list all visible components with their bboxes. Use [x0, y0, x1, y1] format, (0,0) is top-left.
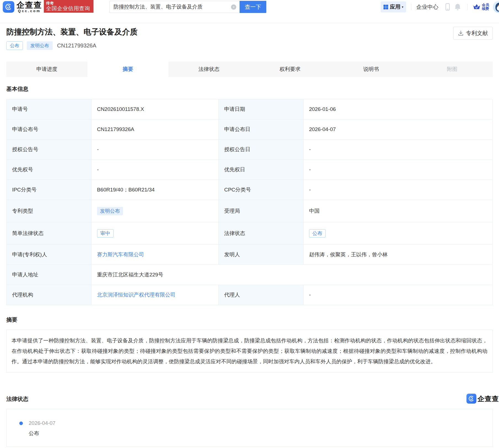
header-divider: [0, 23, 499, 23]
field-value: -: [303, 285, 492, 305]
field-value: -: [91, 140, 219, 160]
search-button[interactable]: 查一下: [240, 1, 266, 13]
abstract-heading: 摘要: [6, 316, 493, 324]
crown-icon: [473, 3, 481, 10]
field-value: -: [303, 160, 492, 180]
field-value: -: [303, 180, 492, 200]
field-label: 申请日期: [219, 99, 304, 119]
clear-search-icon[interactable]: ×: [231, 4, 236, 10]
field-label: 优先权日: [219, 160, 304, 180]
field-label: 申请公布日: [219, 119, 304, 140]
applicant-link[interactable]: 赛力斯汽车有限公司: [97, 252, 144, 257]
divider: [411, 4, 411, 10]
table-row: 简单法律状态 审中 法律状态 公布: [7, 222, 493, 245]
patent-type-badge: 发明公布: [97, 207, 123, 215]
promo-banner-line2: 全国企业信用查询: [46, 5, 91, 12]
member-label-line1: 会员: [482, 3, 489, 7]
field-value: 审中: [91, 222, 219, 245]
patent-type-badge: 发明公布: [27, 41, 53, 50]
tab-abstract[interactable]: 摘要: [87, 62, 168, 77]
field-value: 重庆市江北区福生大道229号: [91, 265, 492, 285]
member-label-line2: 续费: [482, 7, 489, 11]
search-box: × 查一下: [109, 1, 266, 13]
notification-bell-icon[interactable]: [454, 3, 461, 11]
legal-status-badge: 公布: [309, 229, 326, 238]
field-label: 受理局: [219, 200, 304, 222]
field-label: 法律状态: [219, 222, 304, 245]
basic-info-heading: 基本信息: [6, 85, 493, 93]
field-label: 代理机构: [7, 285, 92, 305]
apps-grid-icon: [383, 5, 388, 9]
field-label: 申请号: [7, 99, 92, 119]
field-value: 发明公布: [91, 200, 219, 222]
qcc-logo[interactable]: 企查查 Qcc.com: [3, 1, 42, 13]
mobile-app-icon[interactable]: [446, 3, 450, 10]
divider: [467, 4, 468, 10]
tab-specification[interactable]: 说明书: [331, 62, 412, 77]
field-value: CN202610011578.X: [91, 99, 219, 119]
timeline-item: 2026-04-07 公布: [19, 420, 492, 436]
table-row: IPC分类号 B60R19/40；B60R21/34 CPC分类号 -: [7, 180, 493, 200]
qcc-watermark: 企查查: [466, 394, 499, 404]
tab-application-progress[interactable]: 申请进度: [6, 62, 87, 77]
apps-label: 应用: [390, 3, 400, 10]
basic-info-table: 申请号 CN202610011578.X 申请日期 2026-01-06 申请公…: [6, 99, 493, 305]
promo-banner-line1: 传奇: [46, 1, 91, 5]
table-row: 代理机构 北京润泽恒知识产权代理有限公司 代理人 -: [7, 285, 493, 305]
legal-status-heading: 法律状态: [6, 395, 28, 403]
qcc-watermark-text: 企查查: [477, 394, 499, 403]
field-label: 申请人地址: [7, 265, 92, 285]
field-value: 2026-01-06: [303, 99, 492, 119]
chevron-down-icon: ▾: [402, 5, 403, 9]
field-value: 赛力斯汽车有限公司: [91, 245, 219, 265]
member-renewal-button[interactable]: 会员 续费: [473, 3, 489, 11]
patent-document-button[interactable]: 专利文献: [453, 27, 493, 40]
tab-bar: 申请进度 摘要 法律状态 权利要求 说明书 附图: [6, 62, 493, 77]
field-value: 北京润泽恒知识产权代理有限公司: [91, 285, 219, 305]
abstract-text: 本申请提供了一种防撞控制方法、装置、电子设备及介质，防撞控制方法应用于车辆的防撞…: [6, 330, 493, 373]
field-label: 简单法律状态: [7, 222, 92, 245]
field-label: 专利类型: [7, 200, 92, 222]
legal-status-timeline: 2026-04-07 公布: [6, 409, 493, 447]
table-row: 优先权号 - 优先权日 -: [7, 160, 493, 180]
user-avatar[interactable]: [493, 1, 499, 13]
field-value: 公布: [303, 222, 492, 245]
table-row: 申请公布号 CN121799326A 申请公布日 2026-04-07: [7, 119, 493, 140]
field-label: 发明人: [219, 245, 304, 265]
table-row: 专利类型 发明公布 受理局 中国: [7, 200, 493, 222]
field-label: CPC分类号: [219, 180, 304, 200]
enterprise-center-link[interactable]: 企业中心: [416, 3, 438, 11]
timeline-date: 2026-04-07: [29, 420, 492, 426]
table-row: 申请(专利权)人 赛力斯汽车有限公司 发明人 赵伟涛，侯聚英，王以伟，曾小林: [7, 245, 493, 265]
page-title: 防撞控制方法、装置、电子设备及介质: [6, 27, 138, 37]
status-badge: 公布: [6, 41, 23, 50]
search-input[interactable]: [109, 1, 240, 13]
table-row: 申请人地址 重庆市江北区福生大道229号: [7, 265, 493, 285]
tab-drawings[interactable]: 附图: [412, 62, 493, 77]
field-label: 代理人: [219, 285, 304, 305]
field-value: 中国: [303, 200, 492, 222]
field-label: 优先权号: [7, 160, 92, 180]
top-navigation-bar: 企查查 Qcc.com 传奇 全国企业信用查询 × 查一下 应用 ▾ 企业中心: [0, 0, 499, 14]
field-label: 授权公告号: [7, 140, 92, 160]
table-row: 申请号 CN202610011578.X 申请日期 2026-01-06: [7, 99, 493, 119]
timeline-dot-icon: [19, 422, 23, 425]
field-label: 授权公告日: [219, 140, 304, 160]
table-row: 授权公告号 - 授权公告日 -: [7, 140, 493, 160]
tab-legal-status[interactable]: 法律状态: [168, 62, 250, 77]
field-label: IPC分类号: [7, 180, 92, 200]
publication-number: CN121799326A: [57, 42, 96, 49]
download-icon: [458, 30, 464, 36]
agency-link[interactable]: 北京润泽恒知识产权代理有限公司: [97, 292, 176, 298]
qcc-logo-icon: [3, 1, 14, 13]
field-label: 申请(专利权)人: [7, 245, 92, 265]
simple-legal-status-badge: 审中: [97, 229, 114, 238]
field-value: 2026-04-07: [303, 119, 492, 140]
logo-title: 企查查: [17, 1, 42, 9]
qcc-logo-icon: [466, 394, 476, 404]
tab-claims[interactable]: 权利要求: [250, 62, 331, 77]
apps-menu[interactable]: 应用 ▾: [381, 1, 406, 12]
timeline-status: 公布: [29, 430, 492, 436]
field-label: 申请公布号: [7, 119, 92, 140]
field-value: 赵伟涛，侯聚英，王以伟，曾小林: [303, 245, 492, 265]
